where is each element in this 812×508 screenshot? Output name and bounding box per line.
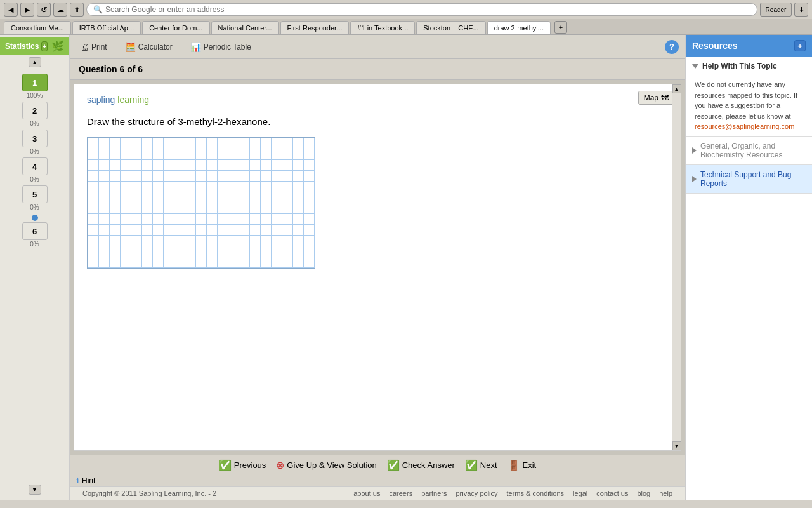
sidebar-up-nav: ▲ — [26, 55, 44, 70]
sidebar-plus-button[interactable]: + — [41, 41, 48, 51]
next-button[interactable]: ✅ Next — [465, 459, 497, 471]
logo-sapling: sapling — [87, 95, 117, 105]
cloud-button[interactable]: ☁ — [53, 3, 67, 17]
footer-terms[interactable]: terms & conditions — [507, 490, 564, 497]
calculator-button[interactable]: 🧮 Calculator — [121, 41, 176, 53]
question-item-1[interactable]: 1 100% — [5, 74, 64, 99]
exit-button[interactable]: 🚪 Exit — [508, 459, 537, 471]
refresh-button[interactable]: ↺ — [37, 3, 51, 17]
search-icon: 🔍 — [93, 5, 103, 14]
print-button[interactable]: 🖨 Print — [76, 41, 111, 53]
sidebar: Statistics + 🌿 ▲ 1 100% 2 0% 3 0% 4 0% — [0, 35, 70, 500]
map-label: Map — [644, 93, 658, 102]
sidebar-header: Statistics + 🌿 — [0, 37, 69, 55]
calculator-icon: 🧮 — [125, 42, 136, 52]
browser-tabs: Consortium Me... IRTB Official Ap... Cen… — [0, 19, 812, 34]
sidebar-up-arrow[interactable]: ▲ — [29, 57, 41, 67]
footer-help[interactable]: help — [659, 490, 672, 497]
forward-button[interactable]: ▶ — [20, 3, 34, 17]
resources-panel: Resources + Help With This Topic We do n… — [685, 35, 812, 500]
previous-button[interactable]: ✅ Previous — [219, 459, 266, 471]
help-email-link[interactable]: resources@saplinglearning.com — [695, 123, 794, 130]
question-pct-4: 0% — [30, 176, 39, 183]
tab-3[interactable]: National Center... — [211, 21, 279, 34]
browser-nav: ◀ ▶ ↺ ☁ ⬆ 🔍 Reader ⬇ — [0, 0, 812, 19]
resources-plus-button[interactable]: + — [794, 40, 806, 51]
logo-area: sapling learning — [87, 91, 668, 111]
question-item-3[interactable]: 3 0% — [5, 130, 64, 155]
technical-section: Technical Support and Bug Reports — [686, 165, 812, 194]
tab-7[interactable]: draw 2-methyl... — [487, 21, 551, 34]
leaf-icon: 🌿 — [51, 40, 64, 52]
help-topic-header[interactable]: Help With This Topic — [686, 57, 812, 76]
question-item-2[interactable]: 2 0% — [5, 102, 64, 127]
general-section-header[interactable]: General, Organic, and Biochemistry Resou… — [686, 137, 812, 164]
previous-label: Previous — [234, 460, 266, 470]
question-number-1: 1 — [22, 74, 48, 91]
download-button[interactable]: ⬇ — [794, 3, 808, 17]
scroll-area: ▲ ▼ — [672, 84, 681, 450]
scroll-down-arrow[interactable]: ▼ — [672, 441, 681, 450]
help-button[interactable]: ? — [665, 40, 679, 54]
footer-partners[interactable]: partners — [421, 490, 447, 497]
question-header: Question 6 of 6 — [70, 59, 685, 80]
new-tab-button[interactable]: + — [554, 21, 567, 34]
periodic-table-label: Periodic Table — [204, 43, 251, 51]
question-number-2: 2 — [22, 102, 48, 119]
back-button[interactable]: ◀ — [4, 3, 18, 17]
question-item-6[interactable]: 6 0% — [5, 213, 64, 248]
footer: Copyright © 2011 Sapling Learning, Inc. … — [70, 486, 685, 500]
question-inner: sapling learning Map 🗺 Draw the structur… — [74, 84, 681, 450]
question-pct-6: 0% — [30, 241, 39, 248]
question-number-5: 5 — [22, 185, 48, 203]
footer-blog[interactable]: blog — [637, 490, 650, 497]
check-answer-label: Check Answer — [402, 460, 455, 470]
give-up-button[interactable]: ⊗ Give Up & View Solution — [276, 459, 376, 471]
general-section: General, Organic, and Biochemistry Resou… — [686, 137, 812, 165]
sidebar-down-arrow[interactable]: ▼ — [29, 485, 41, 495]
question-pct-3: 0% — [30, 148, 39, 155]
periodic-table-icon: 📊 — [190, 42, 201, 52]
footer-careers[interactable]: careers — [389, 490, 412, 497]
footer-contact[interactable]: contact us — [596, 490, 628, 497]
sidebar-title: Statistics — [5, 42, 39, 51]
print-label: Print — [91, 43, 107, 51]
toolbar: 🖨 Print 🧮 Calculator 📊 Periodic Table ? — [70, 35, 685, 59]
address-input[interactable] — [105, 5, 750, 14]
reader-button[interactable]: Reader — [760, 3, 792, 17]
question-item-5[interactable]: 5 0% — [5, 185, 64, 211]
next-icon: ✅ — [465, 459, 478, 471]
question-item-4[interactable]: 4 0% — [5, 157, 64, 183]
question-text: Draw the structure of 3-methyl-2-hexanon… — [87, 116, 668, 127]
help-topic-label: Help With This Topic — [702, 62, 777, 70]
tab-1[interactable]: IRTB Official Ap... — [72, 21, 141, 34]
drawing-grid[interactable] — [87, 137, 315, 269]
tab-2[interactable]: Center for Dom... — [142, 21, 209, 34]
periodic-table-button[interactable]: 📊 Periodic Table — [187, 41, 255, 53]
help-topic-expand-icon — [692, 64, 698, 69]
tab-6[interactable]: Stockton – CHE... — [416, 21, 485, 34]
footer-privacy[interactable]: privacy policy — [456, 490, 498, 497]
scroll-up-arrow[interactable]: ▲ — [672, 84, 681, 93]
grid-table — [88, 138, 315, 268]
bottom-bar: ✅ Previous ⊗ Give Up & View Solution ✅ C… — [70, 455, 685, 475]
share-button[interactable]: ⬆ — [70, 3, 84, 17]
footer-about[interactable]: about us — [353, 490, 380, 497]
help-text: We do not currently have any resources m… — [695, 81, 797, 120]
hint-icon: ℹ — [76, 476, 79, 485]
address-bar[interactable]: 🔍 — [86, 3, 757, 16]
tab-4[interactable]: First Responder... — [280, 21, 350, 34]
scroll-track[interactable] — [672, 93, 681, 441]
technical-section-header[interactable]: Technical Support and Bug Reports — [686, 165, 812, 193]
question-pct-1: 100% — [27, 92, 43, 99]
tab-5[interactable]: #1 in Textbook... — [350, 21, 415, 34]
hint-area[interactable]: ℹ Hint — [70, 475, 685, 486]
footer-legal[interactable]: legal — [573, 490, 587, 497]
map-button[interactable]: Map 🗺 — [638, 91, 674, 105]
tab-0[interactable]: Consortium Me... — [4, 21, 71, 34]
check-answer-button[interactable]: ✅ Check Answer — [387, 459, 455, 471]
question-number-6: 6 — [22, 222, 48, 240]
calculator-label: Calculator — [138, 43, 173, 51]
active-question-dot — [32, 215, 38, 221]
exit-icon: 🚪 — [508, 459, 520, 471]
